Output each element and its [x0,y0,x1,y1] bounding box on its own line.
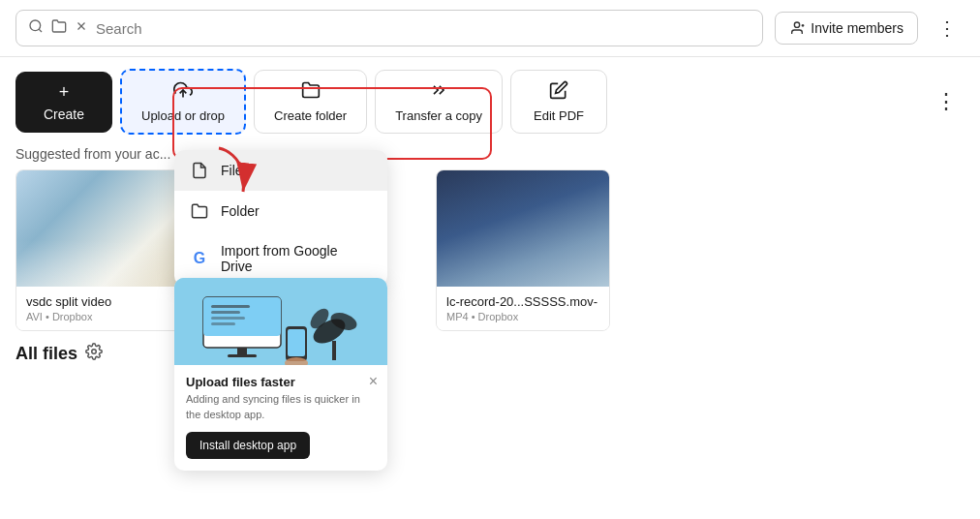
promo-title: Upload files faster [186,375,376,389]
folder-plus-icon [301,80,321,105]
upload-label: Upload or drop [141,108,225,123]
file-meta-2: MP4 • Dropbox [446,311,599,322]
suggested-text: Suggested from your ac... [0,146,980,169]
svg-point-4 [795,22,800,27]
dropdown-item-folder[interactable]: Folder [174,191,387,231]
file-thumb-ski [16,170,189,287]
invite-members-button[interactable]: Invite members [775,12,918,45]
promo-body: × Upload files faster Adding and syncing… [174,365,387,471]
install-desktop-app-button[interactable]: Install desktop app [186,432,310,459]
svg-point-8 [92,350,97,354]
file-meta: AVI • Dropbox [26,311,179,322]
edit-pdf-label: Edit PDF [534,108,584,123]
person-add-icon [789,20,805,36]
search-bar [15,10,763,46]
folder-search-icon [51,18,67,38]
transfer-label: Transfer a copy [395,108,482,123]
svg-rect-14 [211,311,240,314]
google-icon: G [190,250,209,267]
plus-icon: + [59,82,70,103]
dropdown-file-label: File [221,163,243,178]
file-thumb-drone [437,170,609,287]
toolbar-more-button[interactable]: ⋮ [928,85,965,118]
svg-line-1 [39,29,42,32]
header-more-button[interactable]: ⋮ [930,13,965,44]
file-icon [190,162,209,179]
file-name: vsdc split video [26,294,179,309]
transfer-copy-button[interactable]: Transfer a copy [375,70,503,134]
dropdown-folder-label: Folder [221,203,260,219]
svg-rect-24 [288,329,305,356]
promo-close-button[interactable]: × [369,373,378,390]
upload-icon [173,80,193,105]
file-card-ski[interactable]: vsdc split video AVI • Dropbox [15,169,190,331]
svg-point-0 [30,20,41,31]
header: Invite members ⋮ [0,0,980,57]
file-card-drone[interactable]: lc-record-20...SSSSS.mov- MP4 • Dropbox [436,169,610,331]
toolbar-more-icon: ⋮ [935,89,957,113]
upload-drop-button[interactable]: Upload or drop [120,69,246,135]
search-input[interactable] [96,20,750,37]
desktop-promo: × Upload files faster Adding and syncing… [174,278,387,471]
create-button[interactable]: + Create [15,72,112,133]
create-folder-label: Create folder [274,108,347,123]
search-icon [28,18,44,38]
more-dots-icon: ⋮ [937,17,957,39]
all-files-row: All files [0,331,980,365]
create-label: Create [44,107,84,122]
invite-label: Invite members [811,20,903,36]
svg-rect-17 [237,348,247,355]
search-clear-icon[interactable] [75,19,88,37]
svg-rect-13 [211,305,250,308]
dropdown-google-label: Import from Google Drive [221,243,372,274]
promo-art [174,278,387,365]
toolbar: + Create Upload or drop Create folder Tr… [0,57,980,146]
dropdown-menu: File Folder G Import from Google Drive [174,150,387,286]
file-name-2: lc-record-20...SSSSS.mov- [446,294,599,309]
all-files-label: All files [15,344,77,364]
svg-rect-18 [228,354,257,357]
svg-rect-22 [332,341,336,360]
create-folder-button[interactable]: Create folder [254,70,367,134]
file-grid: vsdc split video AVI • Dropbox lc-record… [0,169,980,331]
promo-illustration [174,278,387,365]
dropdown-item-file[interactable]: File [174,150,387,191]
promo-description: Adding and syncing files is quicker in t… [186,392,376,422]
svg-rect-16 [211,322,235,325]
edit-icon [549,80,568,105]
gear-icon[interactable] [85,343,103,365]
svg-rect-15 [211,317,245,320]
transfer-icon [429,80,448,105]
folder-icon [190,202,209,220]
edit-pdf-button[interactable]: Edit PDF [510,70,607,134]
